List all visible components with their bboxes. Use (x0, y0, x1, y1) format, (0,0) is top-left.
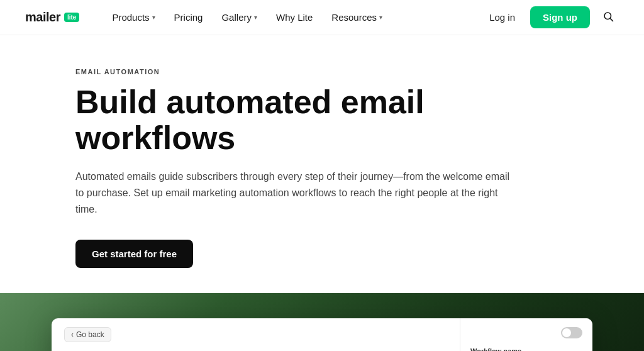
navbar: mailer lite Products ▾ Pricing Gallery ▾… (0, 0, 644, 35)
nav-products-label: Products (112, 12, 149, 23)
nav-gallery-label: Gallery (221, 12, 252, 23)
workflow-toggle[interactable] (561, 327, 582, 338)
nav-pricing-label: Pricing (174, 12, 203, 23)
chevron-down-icon: ▾ (152, 14, 155, 21)
logo-text: mailer (25, 10, 60, 25)
logo-badge: lite (64, 13, 79, 22)
nav-item-products[interactable]: Products ▾ (104, 7, 162, 28)
back-label: Go back (76, 330, 104, 339)
back-button[interactable]: ‹ Go back (64, 327, 111, 342)
nav-whylite-label: Why Lite (276, 12, 313, 23)
nav-item-pricing[interactable]: Pricing (167, 7, 211, 28)
hero-description: Automated emails guide subscribers throu… (75, 169, 516, 217)
svg-line-1 (610, 18, 613, 21)
chevron-left-icon: ‹ (71, 330, 74, 339)
cta-button[interactable]: Get started for free (75, 240, 193, 268)
nav-item-whylite[interactable]: Why Lite (269, 7, 320, 28)
hero-title: Build automated email workflows (75, 84, 553, 156)
demo-main-area: ‹ Go back When subscriber joins a group … (52, 318, 460, 351)
nav-item-resources[interactable]: Resources ▾ (324, 7, 390, 28)
nav-item-gallery[interactable]: Gallery ▾ (214, 7, 265, 28)
chevron-down-icon: ▾ (254, 14, 257, 21)
demo-sidebar: Workflow name eCommerce Shop Workflow tr… (460, 318, 592, 351)
logo[interactable]: mailer lite (25, 10, 79, 25)
demo-section: ‹ Go back When subscriber joins a group … (0, 293, 644, 351)
login-button[interactable]: Log in (482, 7, 523, 28)
search-button[interactable] (597, 6, 619, 30)
signup-button[interactable]: Sign up (530, 6, 590, 28)
nav-links: Products ▾ Pricing Gallery ▾ Why Lite Re… (104, 7, 482, 28)
chevron-down-icon: ▾ (379, 14, 382, 21)
hero-section: EMAIL AUTOMATION Build automated email w… (0, 35, 644, 293)
hero-eyebrow: EMAIL AUTOMATION (75, 68, 569, 75)
demo-window: ‹ Go back When subscriber joins a group … (52, 318, 592, 351)
nav-actions: Log in Sign up (482, 6, 619, 30)
nav-resources-label: Resources (331, 12, 377, 23)
workflow-name-label: Workflow name (470, 347, 582, 351)
search-icon (602, 11, 614, 22)
toggle-row (470, 327, 582, 338)
